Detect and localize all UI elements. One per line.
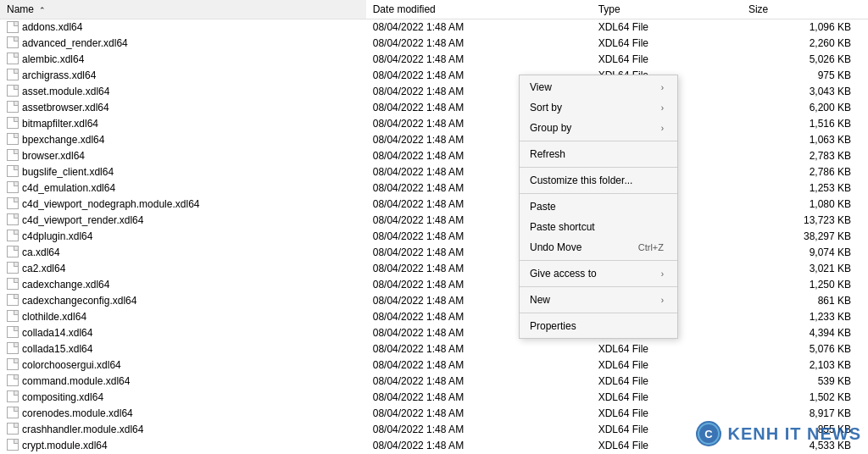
file-name: ca.xdl64 <box>22 246 60 258</box>
context-menu-item-refresh[interactable]: Refresh <box>520 144 677 164</box>
file-size-cell: 1,502 KB <box>742 390 868 406</box>
file-name-cell: crypt.module.xdl64 <box>0 438 366 454</box>
file-size-cell: 2,786 KB <box>742 164 868 180</box>
file-size-cell: 1,253 KB <box>742 180 868 197</box>
table-row[interactable]: ca.xdl6408/04/2022 1:48 AMXDL64 File9,07… <box>0 245 868 261</box>
table-row[interactable]: asset.module.xdl6408/04/2022 1:48 AMXDL6… <box>0 84 868 100</box>
context-menu-item-paste_shortcut[interactable]: Paste shortcut <box>520 217 677 237</box>
file-type-cell: XDL64 File <box>592 52 742 68</box>
context-menu-separator <box>520 286 677 287</box>
context-menu-item-customize[interactable]: Customize this folder... <box>520 170 677 191</box>
file-date-cell: 08/04/2022 1:48 AM <box>366 52 592 68</box>
table-row[interactable]: collada14.xdl6408/04/2022 1:48 AMXDL64 F… <box>0 325 868 341</box>
context-menu-item-undo_move[interactable]: Undo MoveCtrl+Z <box>520 237 677 257</box>
file-name: corenodes.module.xdl64 <box>22 407 133 419</box>
file-size-cell: 2,103 KB <box>742 357 868 374</box>
table-row[interactable]: addons.xdl6408/04/2022 1:48 AMXDL64 File… <box>0 19 868 36</box>
table-row[interactable]: bugslife_client.xdl6408/04/2022 1:48 AMX… <box>0 164 868 180</box>
file-icon <box>7 423 19 435</box>
context-menu-separator <box>520 313 677 313</box>
file-name-cell: bugslife_client.xdl64 <box>0 164 366 180</box>
table-row[interactable]: clothilde.xdl6408/04/2022 1:48 AMXDL64 F… <box>0 309 868 325</box>
table-row[interactable]: c4dplugin.xdl6408/04/2022 1:48 AMXDL64 F… <box>0 229 868 245</box>
file-date-cell: 08/04/2022 1:48 AM <box>366 406 592 422</box>
table-row[interactable]: cadexchange.xdl6408/04/2022 1:48 AMXDL64… <box>0 277 868 293</box>
file-name: bugslife_client.xdl64 <box>22 166 114 178</box>
file-name: addons.xdl64 <box>22 21 82 33</box>
file-name-cell: c4d_viewport_nodegraph.module.xdl64 <box>0 197 366 213</box>
file-size-cell: 975 KB <box>742 68 868 84</box>
table-row[interactable]: bpexchange.xdl6408/04/2022 1:48 AMXDL64 … <box>0 132 868 148</box>
file-name-cell: ca2.xdl64 <box>0 261 366 277</box>
context-menu-item-paste[interactable]: Paste <box>520 197 677 217</box>
file-name-cell: command.module.xdl64 <box>0 374 366 390</box>
context-menu-item-group_by[interactable]: Group by› <box>520 118 677 138</box>
file-name: bpexchange.xdl64 <box>22 134 104 146</box>
file-name: collada14.xdl64 <box>22 327 92 339</box>
column-header-type[interactable]: Type <box>592 0 742 19</box>
table-row[interactable]: c4d_viewport_render.xdl6408/04/2022 1:48… <box>0 213 868 229</box>
table-row[interactable]: browser.xdl6408/04/2022 1:48 AMXDL64 Fil… <box>0 148 868 164</box>
watermark-logo-icon: C <box>695 420 722 447</box>
sort-arrow-icon: ⌃ <box>39 6 46 14</box>
file-icon <box>7 53 19 64</box>
context-menu-item-view[interactable]: View› <box>520 77 677 97</box>
submenu-arrow-icon: › <box>661 103 664 113</box>
file-icon <box>7 117 19 129</box>
file-name-cell: bitmapfilter.xdl64 <box>0 116 366 132</box>
file-name: clothilde.xdl64 <box>22 311 86 323</box>
file-size-cell: 6,200 KB <box>742 100 868 116</box>
table-row[interactable]: corenodes.module.xdl6408/04/2022 1:48 AM… <box>0 406 868 422</box>
table-row[interactable]: compositing.xdl6408/04/2022 1:48 AMXDL64… <box>0 390 868 406</box>
table-row[interactable]: c4d_emulation.xdl6408/04/2022 1:48 AMXDL… <box>0 180 868 197</box>
table-row[interactable]: alembic.xdl6408/04/2022 1:48 AMXDL64 Fil… <box>0 52 868 68</box>
context-menu-separator <box>520 167 677 168</box>
context-menu-item-give_access[interactable]: Give access to› <box>520 263 677 284</box>
file-size-cell: 1,516 KB <box>742 116 868 132</box>
file-name-cell: cadexchangeconfig.xdl64 <box>0 293 366 309</box>
column-header-name[interactable]: Name ⌃ <box>0 0 366 19</box>
file-name: assetbrowser.xdl64 <box>22 102 109 114</box>
table-row[interactable]: assetbrowser.xdl6408/04/2022 1:48 AMXDL6… <box>0 100 868 116</box>
table-row[interactable]: ca2.xdl6408/04/2022 1:48 AMXDL64 File3,0… <box>0 261 868 277</box>
submenu-arrow-icon: › <box>661 83 664 92</box>
file-size-cell: 9,074 KB <box>742 245 868 261</box>
file-type-cell: XDL64 File <box>592 374 742 390</box>
context-menu-shortcut: Ctrl+Z <box>638 242 664 252</box>
file-name-cell: bpexchange.xdl64 <box>0 132 366 148</box>
table-row[interactable]: colorchoosergui.xdl6408/04/2022 1:48 AMX… <box>0 357 868 374</box>
file-type-cell: XDL64 File <box>592 36 742 52</box>
context-menu-separator <box>520 260 677 261</box>
file-name-cell: collada15.xdl64 <box>0 341 366 357</box>
file-size-cell: 1,096 KB <box>742 19 868 36</box>
file-name: bitmapfilter.xdl64 <box>22 118 98 130</box>
file-name: crypt.module.xdl64 <box>22 440 108 451</box>
table-row[interactable]: advanced_render.xdl6408/04/2022 1:48 AMX… <box>0 36 868 52</box>
table-row[interactable]: collada15.xdl6408/04/2022 1:48 AMXDL64 F… <box>0 341 868 357</box>
file-size-cell: 1,063 KB <box>742 132 868 148</box>
context-menu-label: Customize this folder... <box>530 174 632 186</box>
context-menu-item-sort_by[interactable]: Sort by› <box>520 97 677 118</box>
table-row[interactable]: command.module.xdl6408/04/2022 1:48 AMXD… <box>0 374 868 390</box>
table-row[interactable]: c4d_viewport_nodegraph.module.xdl6408/04… <box>0 197 868 213</box>
context-menu-item-new[interactable]: New› <box>520 290 677 310</box>
file-size-cell: 539 KB <box>742 374 868 390</box>
context-menu-label: Sort by <box>530 102 562 114</box>
file-icon <box>7 36 19 48</box>
file-name-cell: c4d_viewport_render.xdl64 <box>0 213 366 229</box>
file-name-cell: ca.xdl64 <box>0 245 366 261</box>
file-icon <box>7 262 19 274</box>
file-name: archigrass.xdl64 <box>22 69 96 81</box>
context-menu-label: Refresh <box>530 148 565 160</box>
table-row[interactable]: cadexchangeconfig.xdl6408/04/2022 1:48 A… <box>0 293 868 309</box>
context-menu-item-properties[interactable]: Properties <box>520 316 677 336</box>
table-row[interactable]: archigrass.xdl6408/04/2022 1:48 AMXDL64 … <box>0 68 868 84</box>
column-header-size[interactable]: Size <box>742 0 868 19</box>
file-size-cell: 3,043 KB <box>742 84 868 100</box>
file-type-cell: XDL64 File <box>592 406 742 422</box>
table-row[interactable]: bitmapfilter.xdl6408/04/2022 1:48 AMXDL6… <box>0 116 868 132</box>
column-header-date[interactable]: Date modified <box>366 0 592 19</box>
file-size-cell: 1,080 KB <box>742 197 868 213</box>
watermark-text: KENH IT NEWS <box>727 424 861 444</box>
file-name: browser.xdl64 <box>22 150 85 162</box>
